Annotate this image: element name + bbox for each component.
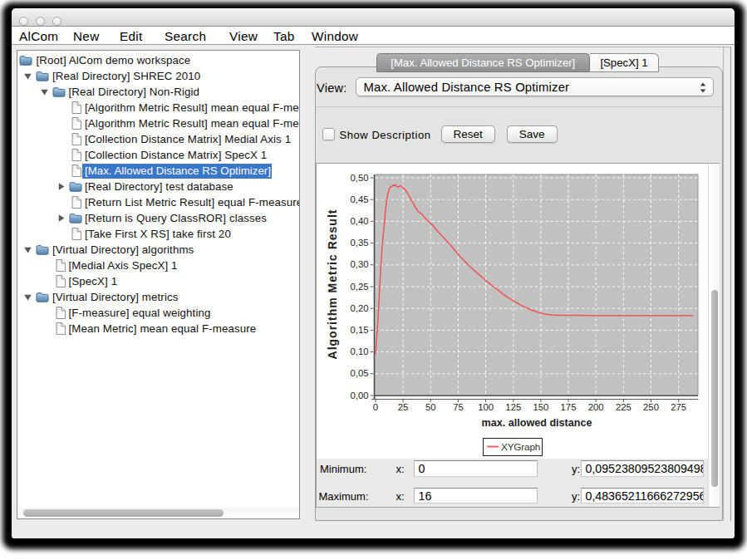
svg-text:0: 0 [372,402,377,412]
svg-text:150: 150 [533,402,548,412]
svg-text:275: 275 [671,402,686,412]
svg-text:0,40: 0,40 [350,216,368,226]
svg-text:0,00: 0,00 [350,391,368,400]
svg-text:100: 100 [478,402,494,412]
svg-text:225: 225 [615,402,631,412]
svg-text:0,15: 0,15 [350,325,368,335]
svg-text:max. allowed distance: max. allowed distance [481,417,592,429]
svg-text:0,45: 0,45 [350,194,368,204]
svg-text:0,20: 0,20 [350,303,368,313]
svg-text:50: 50 [425,402,436,412]
svg-text:175: 175 [560,402,576,412]
svg-text:0,10: 0,10 [350,346,368,356]
svg-text:0,25: 0,25 [350,282,368,292]
svg-text:250: 250 [643,402,659,412]
svg-text:Algorithm Metric Result: Algorithm Metric Result [325,209,338,360]
svg-text:75: 75 [453,402,464,412]
svg-text:125: 125 [505,402,521,412]
svg-text:0,30: 0,30 [350,259,368,269]
svg-text:0,05: 0,05 [350,368,368,378]
svg-text:200: 200 [587,402,603,412]
svg-text:25: 25 [397,402,408,412]
svg-text:0,35: 0,35 [350,238,368,248]
svg-text:0,50: 0,50 [350,173,368,183]
